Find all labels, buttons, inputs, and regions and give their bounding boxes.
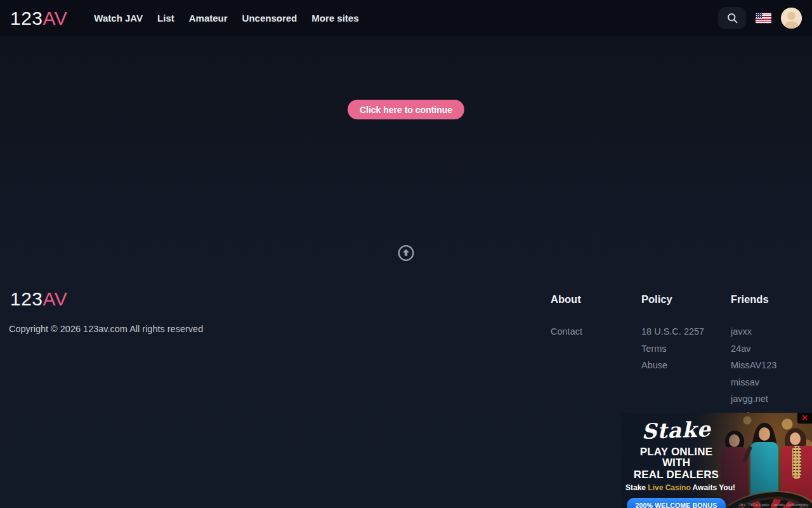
page-root: 123AV Watch JAV List Amateur Uncensored … (0, 0, 812, 508)
footer-link-2257[interactable]: 18 U.S.C. 2257 (641, 323, 704, 340)
footer-link-missav[interactable]: missav (731, 374, 776, 391)
ad-close-button[interactable]: ✕ (797, 413, 812, 424)
footer-column-friends: Friends javxx 24av MissAV123 missav javg… (731, 293, 776, 425)
nav-item-uncensored[interactable]: Uncensored (242, 9, 298, 27)
main-nav: Watch JAV List Amateur Uncensored More s… (94, 9, 358, 27)
logo-text-prefix: 123 (10, 8, 43, 29)
search-icon (727, 13, 738, 23)
ad-disclaimer: 18+, T&Cs Apply. Gamble Responsibly. (739, 503, 809, 507)
arrow-up-circle-icon (398, 244, 415, 262)
copyright-text: Copyright © 2026 123av.com All rights re… (9, 324, 203, 334)
navbar: 123AV Watch JAV List Amateur Uncensored … (0, 0, 812, 36)
continue-button[interactable]: Click here to continue (348, 100, 464, 119)
ad-cta-button[interactable]: 200% WELCOME BONUS (627, 498, 725, 508)
footer-column-policy: Policy 18 U.S.C. 2257 Terms Abuse (641, 293, 704, 374)
logo-text-suffix: AV (43, 8, 68, 29)
nav-item-more-sites[interactable]: More sites (311, 9, 358, 27)
ad-headline-line1: PLAY ONLINE WITH (625, 446, 727, 468)
footer-logo-prefix: 123 (10, 288, 43, 309)
footer-link-javgg[interactable]: javgg.net (731, 391, 776, 408)
footer-link-javxx[interactable]: javxx (731, 323, 776, 340)
footer-column-title: About (551, 293, 582, 305)
search-button[interactable] (718, 7, 746, 29)
back-to-top-button[interactable] (398, 244, 415, 264)
nav-item-watch-jav[interactable]: Watch JAV (94, 9, 143, 27)
footer-link-abuse[interactable]: Abuse (641, 357, 704, 374)
footer-column-title: Policy (641, 293, 704, 305)
us-flag-icon[interactable] (756, 13, 771, 23)
ad-headline-line2: REAL DEALERS (625, 469, 727, 480)
nav-item-list[interactable]: List (157, 9, 174, 27)
nav-item-amateur[interactable]: Amateur (189, 9, 228, 27)
footer-column-about: About Contact (551, 293, 582, 340)
navbar-right (718, 7, 802, 29)
footer-link-24av[interactable]: 24av (731, 340, 776, 358)
user-silhouette-icon (781, 8, 802, 29)
footer-link-contact[interactable]: Contact (551, 323, 582, 340)
ad-sub-prefix: Stake (625, 483, 648, 492)
ad-banner[interactable]: Stake PLAY ONLINE WITH REAL DEALERS Stak… (622, 413, 812, 508)
ad-sub-suffix: Awaits You! (691, 483, 735, 492)
user-avatar[interactable] (781, 8, 802, 29)
ad-sub-highlight: Live Casino (648, 483, 690, 492)
footer-column-title: Friends (731, 293, 776, 305)
ad-subline: Stake Live Casino Awaits You! (625, 483, 727, 492)
footer-link-terms[interactable]: Terms (641, 340, 704, 358)
footer-logo-suffix: AV (43, 288, 68, 309)
footer-logo[interactable]: 123AV (10, 290, 67, 309)
stake-logo: Stake (625, 417, 727, 444)
ad-content: Stake PLAY ONLINE WITH REAL DEALERS Stak… (625, 419, 727, 508)
footer-link-missav123[interactable]: MissAV123 (731, 357, 776, 374)
close-icon: ✕ (801, 413, 808, 422)
site-logo[interactable]: 123AV (10, 9, 67, 28)
